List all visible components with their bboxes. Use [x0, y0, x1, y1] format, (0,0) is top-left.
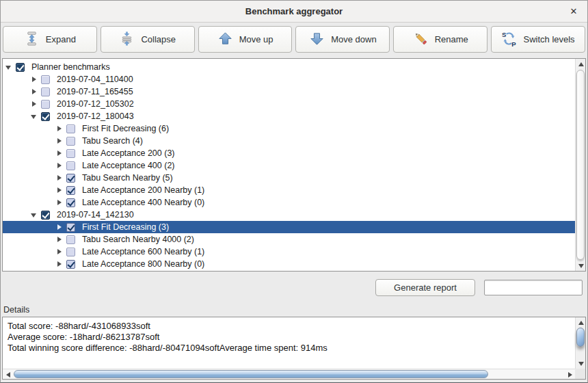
window-title: Benchmark aggregator: [245, 6, 343, 16]
checkbox[interactable]: [66, 149, 75, 158]
tree-row[interactable]: Late Acceptance 200 Nearby (1): [3, 184, 575, 196]
details-text[interactable]: Total score: -88hard/-431068933softAvera…: [3, 317, 575, 369]
move-up-icon: [217, 31, 233, 49]
tree-row-label: Late Acceptance 600 Nearby (1): [80, 247, 206, 256]
tree-row-label: 2019-07-12_180043: [55, 111, 136, 121]
details-line: Average score: -18hard/-86213787soft: [8, 332, 575, 343]
checkbox[interactable]: [16, 63, 25, 72]
expander-icon[interactable]: [31, 101, 38, 108]
tree-vertical-scrollbar[interactable]: [575, 59, 585, 271]
expander-icon[interactable]: [31, 113, 38, 120]
checkbox[interactable]: [66, 248, 75, 256]
checkbox[interactable]: [41, 211, 50, 220]
tree: Planner benchmarks2019-07-04_1104002019-…: [3, 59, 575, 271]
expander-icon[interactable]: [56, 261, 64, 268]
benchmark-tree-panel: Planner benchmarks2019-07-04_1104002019-…: [2, 58, 586, 272]
scroll-up-icon[interactable]: [576, 317, 586, 328]
tree-row[interactable]: Late Acceptance 400 (2): [3, 159, 575, 172]
rename-button-label: Rename: [435, 34, 468, 44]
tree-row[interactable]: 2019-07-12_105302: [3, 98, 575, 110]
details-hscrollbar-thumb[interactable]: [14, 370, 488, 378]
checkbox[interactable]: [66, 124, 75, 133]
svg-text:S: S: [502, 31, 507, 38]
switch-levels-icon: S P: [501, 31, 517, 49]
tree-row-label: Planner benchmarks: [29, 62, 112, 72]
expand-button[interactable]: Expand: [3, 26, 97, 53]
tree-row-label: Late Acceptance 400 (2): [80, 161, 177, 170]
tree-row-label: Tabu Search Nearby 4000 (2): [80, 235, 196, 244]
tree-row[interactable]: First Fit Decreasing (3): [3, 221, 575, 233]
scroll-down-icon[interactable]: [576, 261, 586, 271]
svg-text:P: P: [512, 40, 517, 46]
close-icon[interactable]: [568, 6, 579, 17]
details-label: Details: [3, 305, 587, 317]
checkbox[interactable]: [66, 235, 75, 244]
expander-icon[interactable]: [56, 125, 64, 133]
tree-row[interactable]: Late Acceptance 600 Nearby (1): [3, 246, 575, 258]
details-vscrollbar-thumb[interactable]: [576, 328, 585, 347]
tree-row[interactable]: Planner benchmarks: [3, 61, 575, 73]
checkbox[interactable]: [41, 75, 50, 84]
collapse-button[interactable]: Collapse: [101, 26, 195, 53]
checkbox[interactable]: [66, 174, 75, 183]
expander-icon[interactable]: [5, 64, 13, 71]
checkbox[interactable]: [41, 88, 50, 96]
tree-row[interactable]: 2019-07-11_165455: [3, 85, 575, 98]
rename-button[interactable]: Rename: [393, 26, 487, 53]
checkbox[interactable]: [41, 100, 50, 109]
tree-scrollbar-thumb[interactable]: [576, 70, 585, 260]
tree-row[interactable]: Late Acceptance 400 Nearby (0): [3, 196, 575, 209]
expander-icon[interactable]: [31, 76, 38, 83]
expander-icon[interactable]: [56, 162, 64, 170]
switch-levels-button-label: Switch levels: [523, 34, 574, 44]
tree-row[interactable]: 2019-07-14_142130: [3, 209, 575, 221]
scroll-left-icon[interactable]: [3, 369, 13, 380]
expander-icon[interactable]: [56, 174, 64, 182]
details-horizontal-scrollbar[interactable]: [3, 369, 575, 379]
tree-row-label: Late Acceptance 400 Nearby (0): [80, 198, 206, 207]
expander-icon[interactable]: [56, 199, 64, 207]
generate-report-label: Generate report: [394, 282, 457, 293]
tree-row[interactable]: Late Acceptance 200 (3): [3, 147, 575, 159]
scroll-right-icon[interactable]: [565, 369, 575, 380]
scroll-down-icon[interactable]: [576, 358, 586, 369]
tree-row[interactable]: 2019-07-12_180043: [3, 110, 575, 122]
tree-row[interactable]: Tabu Search Nearby (5): [3, 172, 575, 184]
scroll-up-icon[interactable]: [576, 59, 586, 69]
details-vertical-scrollbar[interactable]: [575, 317, 585, 369]
tree-row-label: 2019-07-04_110400: [55, 75, 135, 84]
tree-row-label: 2019-07-11_165455: [55, 87, 135, 96]
tree-row-label: Tabu Search (4): [80, 136, 145, 146]
checkbox[interactable]: [41, 112, 50, 121]
move-down-button-label: Move down: [331, 34, 376, 44]
report-row: Generate report: [1, 278, 587, 296]
checkbox[interactable]: [66, 137, 75, 146]
checkbox[interactable]: [66, 198, 75, 207]
tree-row[interactable]: First Fit Decreasing (6): [3, 122, 575, 135]
checkbox[interactable]: [66, 186, 75, 195]
expander-icon[interactable]: [31, 88, 38, 96]
tree-row[interactable]: Late Acceptance 800 Nearby (0): [3, 258, 575, 270]
expander-icon[interactable]: [56, 236, 64, 243]
tree-row[interactable]: Tabu Search (4): [3, 135, 575, 147]
checkbox[interactable]: [66, 161, 75, 170]
collapse-button-label: Collapse: [141, 34, 176, 44]
move-up-button[interactable]: Move up: [198, 26, 293, 53]
expander-icon[interactable]: [56, 224, 64, 231]
checkbox[interactable]: [66, 223, 75, 232]
details-line: Total score: -88hard/-431068933soft: [8, 321, 575, 332]
expander-icon[interactable]: [56, 187, 64, 194]
expander-icon[interactable]: [56, 248, 64, 256]
expander-icon[interactable]: [31, 211, 38, 219]
expander-icon[interactable]: [56, 150, 64, 157]
title-bar: Benchmark aggregator: [1, 1, 587, 23]
benchmark-aggregator-window: Benchmark aggregator Expand: [0, 0, 588, 383]
tree-row[interactable]: Tabu Search Nearby 4000 (2): [3, 233, 575, 246]
switch-levels-button[interactable]: S P Switch levels: [491, 26, 585, 53]
move-down-icon: [309, 31, 325, 49]
expander-icon[interactable]: [56, 137, 64, 145]
tree-row[interactable]: 2019-07-04_110400: [3, 73, 575, 85]
checkbox[interactable]: [66, 260, 75, 269]
generate-report-button[interactable]: Generate report: [375, 279, 475, 296]
move-down-button[interactable]: Move down: [295, 26, 390, 53]
